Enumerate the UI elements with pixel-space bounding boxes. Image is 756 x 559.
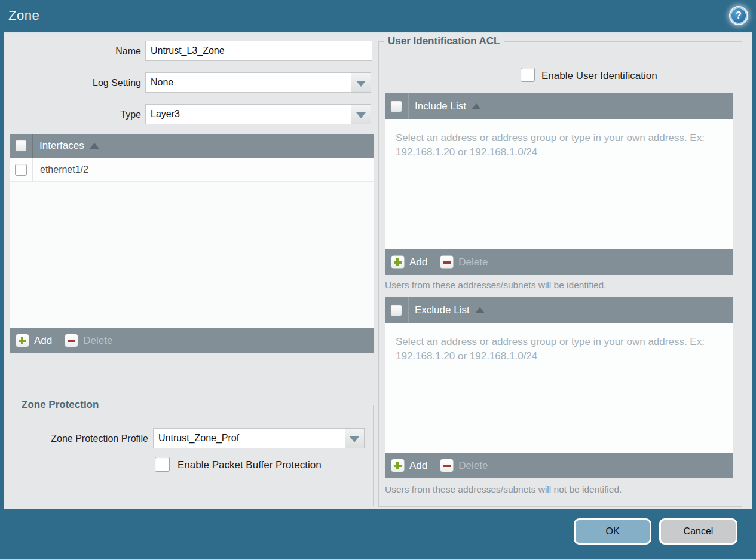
interface-name: ethernet1/2 — [40, 164, 88, 175]
zone-protection-section: Zone Protection Zone Protection Profile … — [10, 405, 374, 506]
zone-protection-profile-dropdown-button[interactable] — [345, 428, 365, 448]
plus-icon — [16, 334, 29, 347]
zone-protection-profile-select[interactable] — [153, 428, 345, 448]
include-list-body[interactable]: Select an address or address group or ty… — [385, 119, 733, 249]
delete-interface-button[interactable]: Delete — [65, 334, 112, 347]
chevron-down-icon — [350, 436, 359, 442]
include-list-column-header: Include List — [415, 100, 466, 112]
column-divider — [32, 134, 33, 158]
include-delete-button[interactable]: Delete — [440, 255, 488, 269]
type-label: Type — [4, 104, 141, 125]
include-add-button[interactable]: Add — [391, 255, 427, 269]
exclude-select-all-checkbox[interactable] — [390, 304, 402, 316]
include-list-footer: Add Delete — [385, 249, 733, 275]
include-list-caption: Users from these addresses/subnets will … — [385, 280, 606, 291]
minus-icon — [440, 459, 454, 472]
exclude-list-caption: Users from these addresses/subnets will … — [385, 484, 622, 495]
minus-icon — [65, 334, 78, 347]
delete-button-label: Delete — [458, 460, 488, 472]
log-setting-dropdown-button[interactable] — [351, 72, 371, 93]
dialog-body: Name Log Setting Type Interfaces etherne… — [4, 32, 752, 509]
select-all-interfaces-checkbox[interactable] — [15, 140, 27, 152]
delete-button-label: Delete — [458, 256, 488, 268]
exclude-list-body[interactable]: Select an address or address group or ty… — [385, 323, 733, 453]
sort-ascending-icon — [472, 103, 481, 109]
minus-icon — [440, 255, 454, 269]
name-input[interactable] — [145, 41, 372, 61]
exclude-add-button[interactable]: Add — [391, 459, 427, 472]
enable-user-identification-checkbox[interactable] — [521, 68, 535, 82]
chevron-down-icon — [356, 112, 366, 118]
zone-protection-profile-label: Zone Protection Profile — [10, 428, 148, 449]
include-list-header[interactable]: Include List — [385, 93, 733, 119]
interfaces-column-header: Interfaces — [39, 140, 84, 152]
interfaces-empty-area — [10, 182, 374, 328]
delete-button-label: Delete — [83, 335, 112, 347]
user-identification-section: User Identification ACL Enable User Iden… — [378, 41, 742, 507]
user-identification-legend: User Identification ACL — [384, 35, 504, 47]
table-row[interactable]: ethernet1/2 — [10, 158, 374, 182]
interface-row-checkbox[interactable] — [15, 164, 27, 176]
include-select-all-checkbox[interactable] — [390, 100, 402, 112]
log-setting-label: Log Setting — [4, 72, 141, 93]
sort-ascending-icon — [90, 143, 99, 149]
log-setting-select[interactable] — [145, 72, 351, 93]
add-button-label: Add — [409, 460, 427, 472]
chevron-down-icon — [356, 81, 366, 87]
zone-protection-legend: Zone Protection — [17, 399, 103, 411]
cancel-button[interactable]: Cancel — [659, 518, 737, 545]
exclude-delete-button[interactable]: Delete — [440, 459, 488, 472]
interfaces-table-header[interactable]: Interfaces — [10, 134, 374, 158]
add-button-label: Add — [34, 335, 52, 347]
interfaces-table-footer: Add Delete — [10, 328, 374, 353]
page-title: Zone — [8, 0, 39, 32]
add-interface-button[interactable]: Add — [16, 334, 52, 347]
dialog-header: Zone ? — [0, 0, 756, 32]
add-button-label: Add — [409, 256, 427, 268]
sort-ascending-icon — [475, 307, 485, 313]
exclude-list-footer: Add Delete — [385, 453, 733, 478]
help-icon[interactable]: ? — [730, 7, 747, 24]
ok-button[interactable]: OK — [574, 518, 651, 545]
name-label: Name — [4, 41, 141, 62]
packet-buffer-protection-checkbox[interactable] — [155, 457, 170, 472]
type-select[interactable] — [145, 104, 351, 124]
enable-user-identification-label: Enable User Identification — [541, 70, 657, 82]
include-list-placeholder: Select an address or address group or ty… — [396, 131, 718, 160]
plus-icon — [391, 459, 405, 472]
exclude-list-placeholder: Select an address or address group or ty… — [396, 335, 718, 363]
type-dropdown-button[interactable] — [351, 104, 371, 124]
column-divider — [408, 297, 408, 323]
column-divider — [32, 158, 33, 181]
packet-buffer-protection-label: Enable Packet Buffer Protection — [177, 459, 322, 471]
plus-icon — [391, 255, 405, 269]
exclude-list-column-header: Exclude List — [415, 304, 470, 316]
column-divider — [408, 93, 408, 119]
exclude-list-header[interactable]: Exclude List — [385, 297, 733, 323]
